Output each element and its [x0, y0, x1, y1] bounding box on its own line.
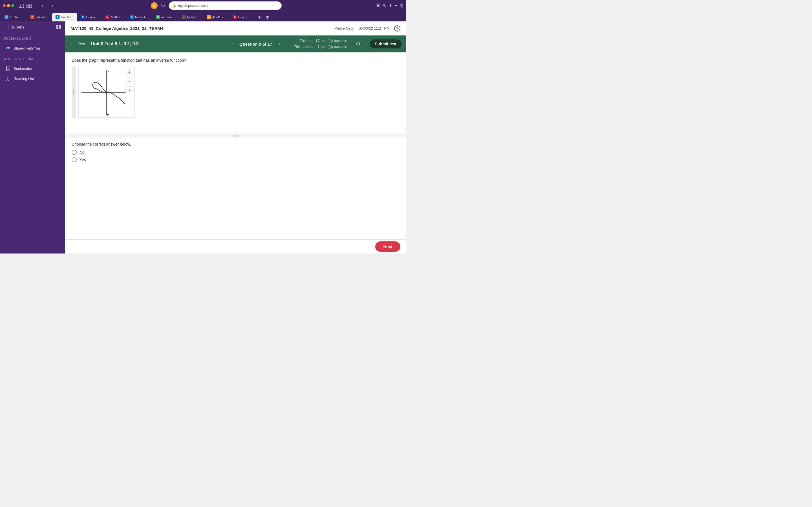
tab-8-favicon: i: [182, 15, 186, 19]
received-links-label: Received Links: [4, 37, 61, 40]
spacer: [65, 169, 406, 239]
this-test-label: This test:: [300, 39, 315, 43]
next-button[interactable]: Next: [375, 241, 400, 252]
svg-point-6: [6, 47, 8, 49]
svg-rect-0: [18, 4, 24, 8]
maximize-button[interactable]: [11, 4, 14, 7]
tab-grid-icon[interactable]: ⊞: [400, 3, 403, 8]
tab-5[interactable]: M Matthe...: [102, 13, 126, 21]
option-no-label: No: [80, 150, 85, 155]
tab-3[interactable]: P Unit 8 T...: [52, 13, 77, 21]
question-nav: ‹ Question 9 of 17 ›: [228, 40, 284, 48]
zoom-out-button[interactable]: −: [125, 77, 133, 86]
graph-drag-handle[interactable]: [71, 67, 76, 118]
tab-9[interactable]: 4 41241.7...: [204, 13, 230, 21]
tab-7[interactable]: G rex moo...: [153, 13, 179, 21]
reload-icon[interactable]: ↻: [383, 3, 387, 8]
shared-label: Shared with You: [13, 46, 40, 50]
sidebar-item-bookmarks[interactable]: Bookmarks: [2, 64, 63, 73]
zoom-in-button[interactable]: +: [125, 68, 133, 76]
sidebar: 10 Tabs Received Links: [0, 21, 65, 253]
shared-icon: [6, 46, 11, 51]
title-bar: ‹ › h 🛡 🔒 mylab.pearson.com 📽 ↻ ⬆ + ⊞: [0, 0, 406, 11]
new-tab-icon[interactable]: +: [395, 3, 397, 8]
tab-1-favicon: 1: [4, 15, 8, 19]
tabs-count: 10 Tabs: [4, 25, 24, 29]
resize-dots: [233, 135, 239, 136]
received-links-section: Received Links: [0, 33, 65, 43]
menu-icon[interactable]: ≡: [69, 41, 72, 47]
bookmarks-label: Bookmarks: [13, 66, 32, 71]
reading-list-label: Reading List: [13, 76, 34, 81]
course-title: MAT120_41_College Algebra_2021_22_TERM4: [70, 26, 163, 31]
option-no[interactable]: No: [71, 150, 399, 155]
screen-record-icon[interactable]: 📽: [376, 3, 380, 8]
option-yes-label: Yes: [80, 158, 86, 162]
tab-6-label: Mail – O...: [135, 15, 149, 19]
this-question-points: 1 point(s) possible: [317, 45, 347, 49]
svg-rect-3: [29, 4, 32, 5]
resize-divider[interactable]: [65, 134, 406, 137]
address-bar[interactable]: 🔒 mylab.pearson.com: [169, 1, 282, 10]
share-icon[interactable]: ⬆: [389, 3, 393, 8]
tabs-bar: 1 1. The F... G calculat... P Unit 8 T..…: [0, 11, 406, 21]
settings-gear-icon[interactable]: ⚙: [354, 40, 362, 48]
tabs-icon: [4, 25, 9, 29]
user-info: Prince Osuji 03/03/22 11:27 PM ?: [335, 25, 400, 32]
tab-10[interactable]: C How To...: [230, 13, 255, 21]
tab-1-label: 1. The F...: [10, 15, 24, 19]
minimize-button[interactable]: [7, 4, 10, 7]
back-button[interactable]: ‹: [38, 2, 46, 10]
tab-3-label: Unit 8 T...: [61, 15, 74, 19]
tabs-grid-button[interactable]: ⊞: [263, 13, 271, 21]
collected-links-label: Collected Links: [4, 57, 61, 61]
tab-9-label: 41241.7...: [212, 15, 226, 19]
answer-section: Choose the correct answer below. No Yes: [65, 137, 406, 169]
svg-point-10: [8, 77, 9, 78]
tab-2-favicon: G: [31, 15, 35, 19]
this-test-points: 17 point(s) possible: [315, 39, 347, 43]
forward-button[interactable]: ›: [49, 2, 56, 10]
svg-point-8: [6, 77, 7, 78]
choose-label: Choose the correct answer below.: [71, 142, 399, 147]
tab-4[interactable]: C Course...: [77, 13, 102, 21]
new-tab-button[interactable]: +: [255, 13, 263, 21]
tab-10-favicon: C: [233, 15, 237, 19]
radio-no[interactable]: [71, 150, 77, 155]
tab-5-label: Matthe...: [111, 15, 123, 19]
svg-rect-2: [27, 4, 29, 5]
grid-icon[interactable]: [56, 25, 61, 29]
test-header: ≡ Test: Unit 8 Test 9.1, 9.2, 9.3 ‹ Ques…: [65, 36, 406, 52]
tab-8-label: best art...: [187, 15, 200, 19]
sidebar-item-reading-list[interactable]: Reading List: [2, 74, 63, 83]
external-view-button[interactable]: ↗: [125, 87, 133, 94]
tab-2[interactable]: G calculat...: [27, 13, 52, 21]
submit-test-button[interactable]: Submit test: [370, 40, 402, 48]
bookmark-icon: [6, 66, 11, 71]
drag-dots: [73, 90, 74, 95]
bottom-nav: Next: [65, 239, 406, 253]
user-name: Prince Osuji: [335, 26, 354, 31]
tab-1[interactable]: 1 1. The F...: [1, 13, 27, 21]
radio-yes[interactable]: [71, 157, 77, 162]
tab-8[interactable]: i best art...: [179, 13, 204, 21]
prev-question-button[interactable]: ‹: [228, 40, 236, 48]
next-question-button[interactable]: ›: [276, 40, 284, 48]
svg-point-9: [6, 79, 7, 80]
svg-point-11: [8, 79, 9, 80]
tab-6[interactable]: O Mail – O...: [126, 13, 153, 21]
tab-overview-icon[interactable]: [27, 3, 32, 8]
tab-4-favicon: C: [81, 15, 85, 19]
close-button[interactable]: [3, 4, 6, 7]
shield-icon: 🛡: [161, 3, 165, 8]
help-button[interactable]: ?: [394, 25, 400, 32]
reading-list-icon: [6, 76, 11, 81]
sidebar-item-shared[interactable]: Shared with You: [2, 43, 63, 53]
tab-6-favicon: O: [130, 15, 134, 19]
option-yes[interactable]: Yes: [71, 157, 399, 162]
tab-9-favicon: 4: [207, 15, 211, 19]
graph-wrapper: x y + − ↗: [79, 67, 135, 118]
sidebar-toggle-icon[interactable]: [18, 3, 24, 8]
question-text: Does the graph represent a function that…: [71, 58, 399, 62]
question-area: Does the graph represent a function that…: [65, 52, 406, 134]
